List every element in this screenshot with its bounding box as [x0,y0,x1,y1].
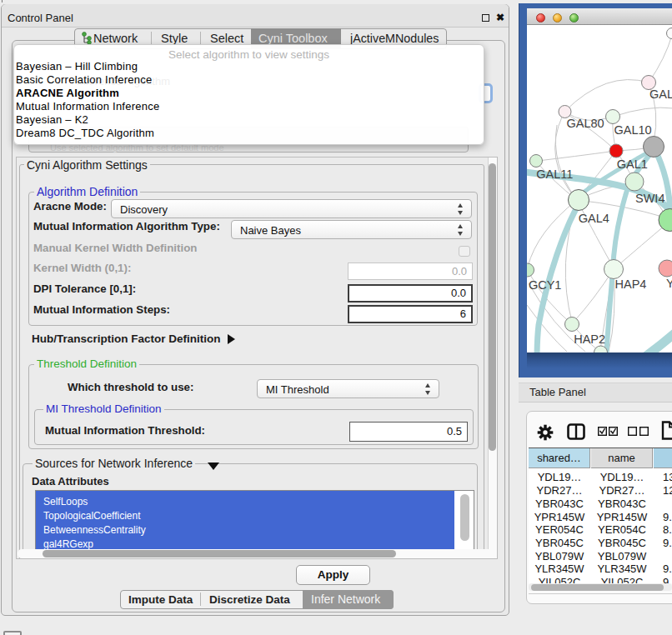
svg-text:GCY1: GCY1 [529,278,562,292]
svg-text:GAL2: GAL2 [649,88,672,101]
svg-text:HAP2: HAP2 [574,332,605,346]
svg-text:SWI4: SWI4 [635,192,664,205]
svg-text:HAP4: HAP4 [615,278,647,291]
svg-text:GAL1: GAL1 [617,158,648,171]
svg-text:GAL10: GAL10 [614,123,652,137]
svg-text:GAL11: GAL11 [536,168,573,181]
svg-text:YB: YB [666,277,672,290]
svg-text:GAL4: GAL4 [579,212,609,225]
svg-text:GAL80: GAL80 [567,117,604,130]
